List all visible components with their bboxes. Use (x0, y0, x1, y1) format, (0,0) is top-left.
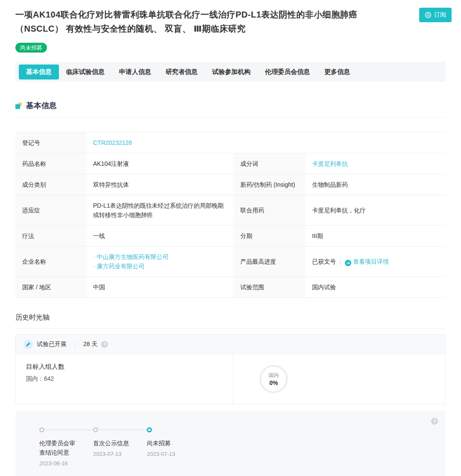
ingredient-class-label: 成分类别 (15, 174, 86, 195)
ring-percent: 0% (269, 379, 278, 386)
progress-label: 产品最高进度 (233, 247, 305, 277)
trial-days-count: 28 天 (83, 341, 97, 348)
ingredient-link[interactable]: 卡度尼利单抗 (312, 160, 348, 167)
company-label: 企业名称 (15, 247, 86, 277)
combo-label: 联合用药 (233, 195, 305, 226)
tab-ethics-committee-info[interactable]: 伦理委员会信息 (258, 65, 317, 79)
therapy-line-label: 疗法 (15, 226, 86, 247)
tab-bar: 基本信息 临床试验信息 申请人信息 研究者信息 试验参加机构 伦理委员会信息 更… (15, 62, 446, 82)
timeline-card: ? 伦理委员会审查结论同意 2023-06-16 首次公示信息 2023-07-… (15, 411, 446, 476)
trial-detail-page: 一项AK104联合化疗对比替雷利珠单抗联合化疗一线治疗PD-L1表达阴性的非小细… (0, 0, 461, 476)
timeline-node-not-yet-recruiting: 尚未招募 2023-07-13 (147, 427, 201, 467)
subscribe-icon (425, 12, 432, 18)
table-row: 疗法 一线 分期 III期 (15, 226, 446, 247)
ingredient-label: 成分词 (233, 153, 305, 174)
section-title: 基本信息 (26, 100, 57, 111)
arrow-right-icon: ➜ (345, 260, 351, 266)
timeline-node-title: 伦理委员会审查结论同意 (39, 438, 79, 457)
indication-value: PD-L1表达阴性的既往未经过系统治疗的局部晚期或转移性非小细胞肺癌 (86, 195, 233, 226)
table-row: 登记号 CTR20232128 (15, 132, 446, 153)
timeline-node-title: 首次公示信息 (93, 438, 132, 448)
subscribe-button[interactable]: 订阅 (419, 8, 452, 22)
enrollment-progress-ring: 国内 0% (260, 365, 288, 393)
timeline-node-date: 2023-06-16 (39, 460, 80, 467)
separator (340, 259, 341, 264)
tab-more-info[interactable]: 更多信息 (317, 65, 357, 79)
phase-value: III期 (305, 226, 446, 247)
trial-status-card-header: 试验已开展 28 天 ? (16, 335, 445, 354)
company-link-1[interactable]: · 中山康方生物医药有限公司 (93, 253, 169, 260)
ingredient-class-value: 双特异性抗体 (86, 174, 233, 195)
combo-value: 卡度尼利单抗，化疗 (305, 195, 446, 226)
phase-label: 分期 (233, 226, 305, 247)
timeline-dot (39, 427, 44, 432)
timeline-node-first-publication: 首次公示信息 2023-07-13 (93, 427, 147, 467)
trial-started-label: 试验已开展 (37, 341, 67, 348)
timeline-node-date: 2023-07-13 (93, 451, 134, 457)
therapy-line-value: 一线 (86, 226, 233, 247)
tab-researcher-info[interactable]: 研究者信息 (158, 65, 205, 79)
enrollment-progress-block: 国内 0% (233, 354, 445, 404)
table-row: 适应症 PD-L1表达阴性的既往未经过系统治疗的局部晚期或转移性非小细胞肺癌 联… (15, 195, 446, 226)
tab-applicant-info[interactable]: 申请人信息 (112, 65, 158, 79)
timeline-dot-current (147, 427, 152, 432)
ring-label: 国内 (268, 372, 279, 379)
new-drug-label: 新药/仿制药 (Insight) (233, 174, 305, 195)
tab-participating-institutions[interactable]: 试验参加机构 (205, 65, 258, 79)
enrollment-target-value: 国内：642 (26, 375, 222, 383)
table-row: 国家 / 地区 中国 试验范围 国内试验 (15, 277, 446, 298)
company-link-2[interactable]: · 康方药业有限公司 (93, 263, 145, 270)
history-divider (15, 329, 446, 329)
registration-label: 登记号 (15, 132, 86, 153)
drug-name-label: 药品名称 (15, 153, 86, 174)
help-icon[interactable]: ? (101, 341, 108, 348)
pen-icon (23, 340, 33, 349)
enrollment-target-label: 目标入组人数 (26, 363, 222, 371)
section-header: 基本信息 (15, 100, 446, 111)
registration-number-link[interactable]: CTR20232128 (93, 139, 132, 146)
enrollment-block: 目标入组人数 国内：642 (16, 354, 233, 404)
basic-info-table: 登记号 CTR20232128 药品名称 AK104注射液 成分词 卡度尼利单抗… (15, 132, 446, 298)
timeline: 伦理委员会审查结论同意 2023-06-16 首次公示信息 2023-07-13… (39, 427, 435, 467)
timeline-node-ethics-approval: 伦理委员会审查结论同意 2023-06-16 (39, 427, 93, 467)
status-badge: 尚未招募 (15, 43, 47, 53)
country-label: 国家 / 地区 (15, 277, 86, 298)
table-row: 企业名称 · 中山康方生物医药有限公司 · 康方药业有限公司 产品最高进度 已获… (15, 247, 446, 277)
drug-name-value: AK104注射液 (86, 153, 233, 174)
timeline-help-icon[interactable]: ? (431, 418, 438, 425)
timeline-node-date: 2023-07-13 (147, 451, 188, 457)
subscribe-label: 订阅 (434, 11, 446, 19)
page-title: 一项AK104联合化疗对比替雷利珠单抗联合化疗一线治疗PD-L1表达阴性的非小细… (15, 8, 402, 36)
new-drug-value: 生物制品新药 (305, 174, 446, 195)
separator (75, 341, 75, 347)
tab-basic-info[interactable]: 基本信息 (19, 65, 59, 79)
section-divider (15, 117, 446, 118)
section-squares-icon (15, 103, 22, 109)
scope-value: 国内试验 (305, 277, 446, 298)
progress-status: 已获文号 (312, 258, 336, 265)
view-project-link[interactable]: 查看项目详情 (353, 258, 389, 265)
scope-label: 试验范围 (233, 277, 305, 298)
table-row: 成分类别 双特异性抗体 新药/仿制药 (Insight) 生物制品新药 (15, 174, 446, 195)
table-row: 药品名称 AK104注射液 成分词 卡度尼利单抗 (15, 153, 446, 174)
country-value: 中国 (86, 277, 233, 298)
timeline-dot (93, 427, 98, 432)
tab-clinical-trial-info[interactable]: 临床试验信息 (59, 65, 112, 79)
history-timeline-heading: 历史时光轴 (15, 313, 446, 322)
indication-label: 适应症 (15, 195, 86, 226)
trial-status-card-body: 目标入组人数 国内：642 国内 0% (16, 354, 445, 404)
timeline-node-title: 尚未招募 (147, 438, 186, 448)
trial-status-card: 试验已开展 28 天 ? 目标入组人数 国内：642 国内 0% (15, 334, 446, 404)
